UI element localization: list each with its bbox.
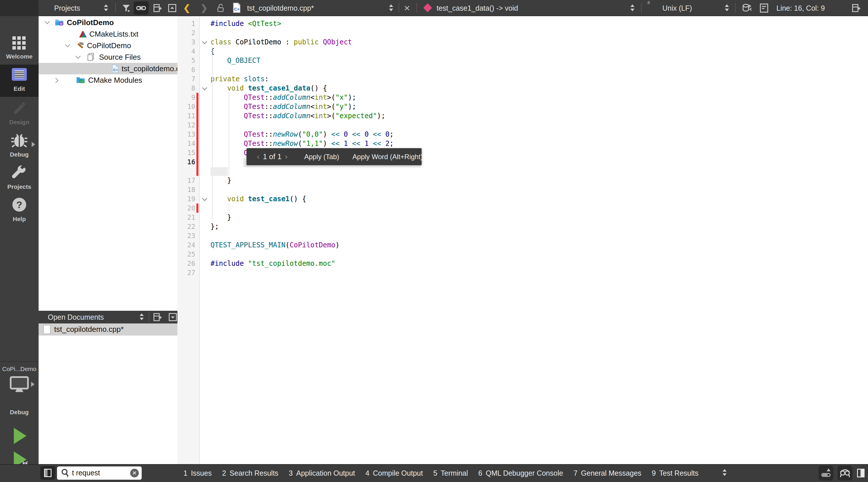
back-icon[interactable]: ❮ (183, 3, 190, 13)
output-pane-button-qml-debugger-console[interactable]: 6QML Debugger Console (478, 469, 563, 477)
hash-button[interactable]: # (647, 0, 650, 5)
mode-item-welcome[interactable]: Welcome (0, 32, 39, 64)
output-pane-button-compile-output[interactable]: 4Compile Output (366, 469, 423, 477)
svg-text:C+: C+ (113, 68, 118, 72)
mode-item-projects[interactable]: Projects (0, 163, 39, 195)
suggestion-counter: 1 of 1 (263, 152, 282, 161)
line-ending-spinner-icon[interactable] (724, 3, 729, 12)
mode-label: Welcome (0, 53, 39, 60)
tree-item-copilotdemo[interactable]: CoPilotDemo (39, 40, 177, 51)
code-line: void test_case1() { (211, 194, 306, 203)
open-file-selector[interactable]: tst_copilotdemo.cpp* (247, 0, 314, 16)
divider (149, 312, 149, 322)
indent-guide (229, 93, 229, 176)
fold-marker-icon[interactable] (202, 196, 207, 201)
projects-panel-selector[interactable]: Projects (54, 0, 80, 16)
kit-project-label: CoPi...Demo (0, 366, 39, 372)
code-line: void test_case1_data() { (211, 84, 327, 93)
chevron-right-icon[interactable] (53, 78, 58, 83)
search-input-value[interactable]: t request (72, 469, 100, 477)
editor-gutter: 1234567891011121314151617181920212223242… (177, 16, 200, 464)
mode-item-edit[interactable]: Edit (0, 64, 39, 97)
line-number: 27 (177, 268, 195, 277)
tree-item-cmake-modules[interactable]: CMake Modules (39, 75, 177, 86)
forward-icon[interactable]: ❯ (200, 3, 208, 13)
mode-item-debug[interactable]: Debug (0, 130, 39, 163)
mode-sidebar: WelcomeEditDesignDebugProjects?Help CoPi… (0, 16, 39, 482)
code-line: private slots: (211, 75, 269, 84)
run-button play-icon[interactable] (14, 428, 27, 444)
line-number: 18 (177, 185, 195, 194)
line-number: 8 (177, 84, 195, 93)
open-documents-title[interactable]: Open Documents (48, 309, 104, 325)
close-document-icon[interactable]: ✕ (404, 4, 410, 13)
project-folder-icon: ⚙ (55, 18, 64, 27)
next-suggestion-icon[interactable]: › (282, 152, 291, 161)
tree-item-source-files[interactable]: Source Files (39, 51, 177, 63)
hammer-small-icon (76, 41, 85, 50)
chevron-down-icon[interactable] (65, 42, 70, 47)
maximize-pane-icon (822, 473, 831, 477)
mode-item-help[interactable]: ?Help (0, 195, 39, 227)
line-ending-selector[interactable]: Unix (LF) (662, 0, 692, 16)
maximize-output-pane-button[interactable] (818, 465, 833, 481)
fold-marker-icon[interactable] (202, 39, 207, 44)
divider (399, 3, 399, 13)
unlock-icon[interactable] (217, 3, 225, 13)
chevron-down-icon[interactable] (44, 19, 50, 24)
symbol-spinner-icon[interactable] (630, 3, 635, 12)
document-outline-icon[interactable] (759, 3, 769, 13)
chevron-down-icon[interactable] (75, 54, 81, 59)
link-synchronize-icon[interactable] (134, 1, 149, 15)
monitor-icon[interactable] (9, 376, 29, 394)
output-pane-button-test-results[interactable]: 9Test Results (652, 469, 699, 477)
session-db-icon[interactable] (742, 3, 752, 13)
filter-icon[interactable] (120, 3, 132, 13)
tree-item-label: tst_copilotdemo.cpp (122, 64, 177, 73)
hide-panel-icon[interactable] (166, 3, 179, 13)
sort-spinner-icon[interactable] (104, 3, 108, 12)
code-line: } (211, 213, 231, 222)
tree-item-copilotdemo[interactable]: ⚙CoPilotDemo (39, 17, 177, 28)
output-pane-button-issues[interactable]: 1Issues (183, 469, 212, 477)
line-number: 13 (177, 130, 195, 139)
output-pane-button-terminal[interactable]: 5Terminal (433, 469, 468, 477)
line-number: 6 (177, 65, 195, 75)
apply-button[interactable]: Apply (Tab) (304, 153, 339, 161)
line-number: 24 (177, 240, 195, 250)
divider (735, 3, 736, 13)
code-line: QTest::addColumn<int>("x"); (211, 93, 356, 102)
sort-spinner-icon[interactable] (140, 312, 144, 321)
tree-item-tst-copilotdemo-cpp[interactable]: C+tst_copilotdemo.cpp (39, 63, 177, 75)
code-line: { (211, 47, 215, 56)
split-editor-icon[interactable] (850, 3, 863, 13)
split-add-icon[interactable] (152, 3, 164, 13)
open-document-item[interactable]: tst_copilotdemo.cpp* (39, 323, 177, 336)
kit-config-label[interactable]: Debug (0, 409, 39, 416)
svg-text:C+: C+ (234, 7, 239, 11)
output-pane-button-application-output[interactable]: 3Application Output (289, 469, 355, 477)
code-editor[interactable]: 1234567891011121314151617181920212223242… (177, 16, 868, 464)
line-number: 20 (177, 203, 195, 213)
line-number: 5 (177, 56, 195, 65)
fold-marker-icon[interactable] (202, 85, 207, 90)
previous-suggestion-icon[interactable]: ‹ (253, 152, 263, 161)
clear-search-icon[interactable]: ✕ (130, 469, 139, 477)
flyout-arrow-icon[interactable] (32, 142, 35, 147)
file-spinner-icon[interactable] (389, 3, 393, 12)
cpp-file-icon: C+ (111, 64, 120, 73)
divider (641, 3, 642, 13)
left-sidebar-toggle[interactable] (40, 466, 55, 480)
panes-spinner-icon[interactable] (722, 468, 727, 477)
locator-search-field[interactable]: t request ✕ (57, 466, 142, 480)
apply-word-button[interactable]: Apply Word (Alt+Right) (352, 153, 423, 161)
tree-item-cmakelists-txt[interactable]: CMakeLists.txt (39, 28, 177, 40)
split-add-icon[interactable] (152, 312, 164, 322)
mode-label: Design (0, 119, 39, 126)
tree-item-label: CoPilotDemo (67, 18, 114, 27)
output-pane-button-search-results[interactable]: 2Search Results (222, 469, 278, 477)
kit-flyout-arrow-icon[interactable] (31, 382, 35, 387)
symbol-selector[interactable]: test_case1_data() -> void (437, 0, 518, 16)
output-pane-button-general-messages[interactable]: 7General Messages (574, 469, 641, 477)
copilot-status-button[interactable] (837, 465, 852, 481)
